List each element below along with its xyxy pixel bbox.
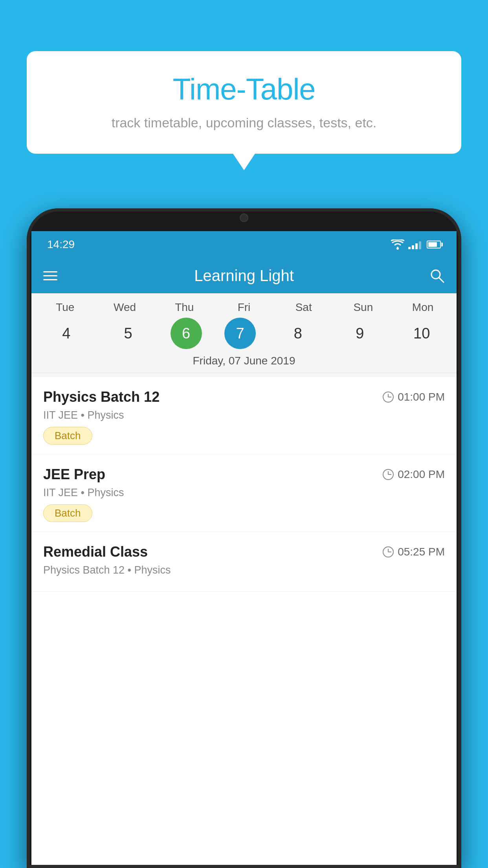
day-header-tue: Tue: [46, 301, 85, 314]
item-name-0: Physics Batch 12: [43, 389, 160, 405]
item-header-1: JEE Prep 02:00 PM: [43, 466, 445, 483]
clock-icon-2: [383, 546, 394, 557]
item-time-0: 01:00 PM: [383, 391, 445, 403]
status-bar: 14:29: [31, 231, 457, 258]
schedule-item[interactable]: JEE Prep 02:00 PM IIT JEE • Physics Batc…: [31, 454, 457, 532]
status-icons: [391, 239, 441, 250]
item-time-text-2: 05:25 PM: [398, 546, 445, 558]
day-header-wed: Wed: [105, 301, 145, 314]
item-meta-0: IIT JEE • Physics: [43, 409, 445, 421]
front-camera: [240, 213, 248, 222]
item-name-1: JEE Prep: [43, 466, 105, 483]
day-headers: TueWedThuFriSatSunMon: [31, 301, 457, 314]
schedule-item[interactable]: Remedial Class 05:25 PM Physics Batch 12…: [31, 532, 457, 592]
app-title: Learning Light: [67, 267, 421, 285]
day-numbers: 45678910: [31, 318, 457, 349]
item-meta-2: Physics Batch 12 • Physics: [43, 564, 445, 576]
item-header-0: Physics Batch 12 01:00 PM: [43, 389, 445, 405]
phone-frame: 14:29: [27, 208, 461, 868]
phone-notch: [213, 208, 275, 227]
item-time-1: 02:00 PM: [383, 468, 445, 481]
signal-icon: [408, 240, 421, 249]
app-bar: Learning Light: [31, 258, 457, 293]
battery-icon: [427, 241, 441, 248]
day-header-sat: Sat: [284, 301, 323, 314]
day-header-mon: Mon: [403, 301, 442, 314]
clock-icon-0: [383, 392, 394, 403]
item-name-2: Remedial Class: [43, 544, 148, 560]
phone-screen: 14:29: [31, 231, 457, 868]
speech-bubble: Time-Table track timetable, upcoming cla…: [27, 51, 461, 154]
status-time: 14:29: [47, 238, 75, 251]
batch-tag-0: Batch: [43, 427, 92, 445]
calendar-strip: TueWedThuFriSatSunMon 45678910 Friday, 0…: [31, 293, 457, 377]
day-number-8[interactable]: 8: [278, 318, 317, 349]
day-number-7[interactable]: 7: [224, 318, 256, 349]
search-icon[interactable]: [429, 268, 445, 283]
hamburger-menu-button[interactable]: [43, 271, 59, 280]
wifi-icon: [391, 239, 404, 250]
schedule-list: Physics Batch 12 01:00 PM IIT JEE • Phys…: [31, 377, 457, 592]
day-number-4[interactable]: 4: [47, 318, 86, 349]
hamburger-line-2: [43, 275, 57, 276]
day-header-sun: Sun: [343, 301, 383, 314]
bubble-subtitle: track timetable, upcoming classes, tests…: [42, 114, 446, 132]
day-header-fri: Fri: [224, 301, 264, 314]
item-time-text-0: 01:00 PM: [398, 391, 445, 403]
day-number-6[interactable]: 6: [171, 318, 202, 349]
hamburger-line-1: [43, 271, 57, 272]
clock-icon-1: [383, 469, 394, 480]
day-number-5[interactable]: 5: [108, 318, 148, 349]
day-number-9[interactable]: 9: [340, 318, 380, 349]
item-header-2: Remedial Class 05:25 PM: [43, 544, 445, 560]
selected-date: Friday, 07 June 2019: [31, 349, 457, 373]
svg-line-2: [439, 278, 444, 282]
item-meta-1: IIT JEE • Physics: [43, 487, 445, 499]
svg-point-0: [396, 247, 399, 250]
day-number-10[interactable]: 10: [402, 318, 441, 349]
hamburger-line-3: [43, 279, 57, 280]
item-time-2: 05:25 PM: [383, 546, 445, 558]
phone-frame-wrap: 14:29: [27, 208, 461, 868]
item-time-text-1: 02:00 PM: [398, 468, 445, 481]
batch-tag-1: Batch: [43, 504, 92, 522]
day-header-thu: Thu: [165, 301, 204, 314]
schedule-item[interactable]: Physics Batch 12 01:00 PM IIT JEE • Phys…: [31, 377, 457, 454]
speech-bubble-section: Time-Table track timetable, upcoming cla…: [27, 51, 461, 154]
bubble-title: Time-Table: [42, 73, 446, 106]
